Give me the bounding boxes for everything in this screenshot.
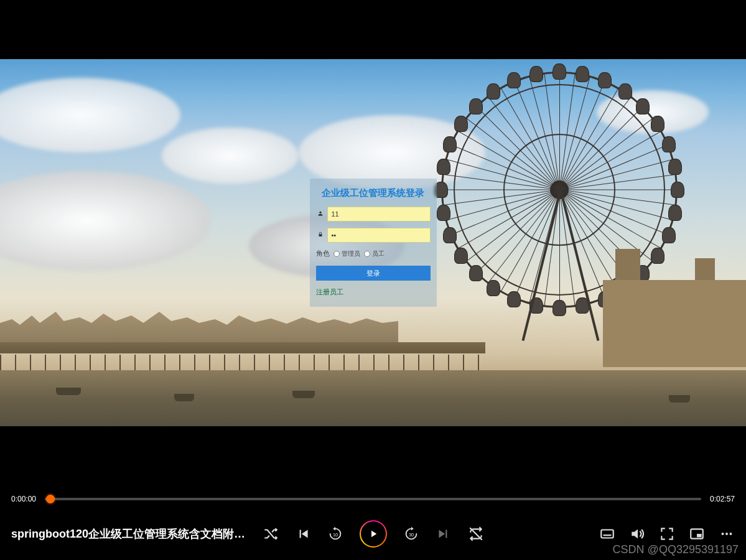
- decorative-cloud: [162, 128, 299, 184]
- skip-forward-button[interactable]: 30: [403, 526, 419, 542]
- play-icon: [368, 528, 379, 539]
- next-button[interactable]: [436, 526, 452, 542]
- svg-rect-7: [697, 534, 702, 537]
- volume-button[interactable]: [629, 526, 645, 542]
- svg-rect-1: [319, 234, 322, 236]
- svg-rect-4: [601, 530, 613, 538]
- player-controls: springboot120企业级工位管理系统含文档附… 10 30: [0, 516, 746, 551]
- mini-player-button[interactable]: [689, 526, 705, 542]
- svg-point-0: [319, 212, 321, 213]
- boat-graphic: [174, 394, 194, 401]
- username-input[interactable]: [327, 207, 431, 222]
- svg-point-8: [722, 533, 724, 535]
- more-options-button[interactable]: [719, 526, 735, 542]
- decorative-cloud: [0, 171, 212, 271]
- lock-icon: [316, 231, 325, 239]
- username-row: [316, 207, 431, 222]
- shuffle-button[interactable]: [263, 526, 279, 542]
- bridge-graphic: [0, 342, 485, 370]
- svg-text:30: 30: [408, 532, 413, 538]
- video-display-area: 企业级工位管理系统登录 角色 管理员: [0, 0, 746, 485]
- right-controls: [599, 526, 735, 542]
- role-option-employee[interactable]: 员工: [364, 250, 385, 258]
- repeat-off-button[interactable]: [468, 526, 484, 542]
- login-button[interactable]: 登录: [316, 266, 431, 281]
- svg-point-10: [730, 533, 732, 535]
- role-option-admin[interactable]: 管理员: [333, 250, 360, 258]
- login-title: 企业级工位管理系统登录: [316, 187, 431, 199]
- skyline-graphic: [0, 308, 398, 345]
- water-graphic: [0, 370, 746, 426]
- fullscreen-button[interactable]: [659, 526, 675, 542]
- role-radio-employee[interactable]: [364, 251, 370, 257]
- video-frame: 企业级工位管理系统登录 角色 管理员: [0, 59, 746, 426]
- play-button[interactable]: [360, 520, 387, 548]
- building-graphic: [603, 280, 746, 367]
- decorative-cloud: [0, 78, 180, 152]
- progress-bar-row: 0:00:00 0:02:57: [0, 493, 746, 505]
- role-selector: 角色 管理员 员工: [316, 249, 431, 258]
- register-employee-link[interactable]: 注册员工: [316, 288, 343, 296]
- boat-graphic: [56, 388, 81, 395]
- center-controls: 10 30: [263, 520, 484, 548]
- role-label: 角色: [316, 249, 330, 258]
- current-time-label: 0:00:00: [11, 495, 36, 503]
- seek-thumb[interactable]: [46, 495, 55, 503]
- password-row: [316, 228, 431, 243]
- subtitle-button[interactable]: [599, 526, 615, 542]
- svg-point-9: [725, 533, 728, 535]
- skip-back-button[interactable]: 10: [327, 526, 343, 542]
- total-time-label: 0:02:57: [710, 495, 735, 503]
- svg-text:10: 10: [332, 532, 337, 538]
- password-input[interactable]: [327, 228, 431, 243]
- seek-bar[interactable]: [45, 498, 701, 500]
- login-form: 企业级工位管理系统登录 角色 管理员: [310, 179, 437, 307]
- boat-graphic: [292, 391, 315, 398]
- boat-graphic: [669, 395, 690, 403]
- user-icon: [316, 210, 325, 218]
- role-radio-admin[interactable]: [333, 251, 340, 257]
- video-title: springboot120企业级工位管理系统含文档附…: [11, 526, 245, 541]
- previous-button[interactable]: [295, 526, 311, 542]
- svg-rect-5: [604, 534, 612, 536]
